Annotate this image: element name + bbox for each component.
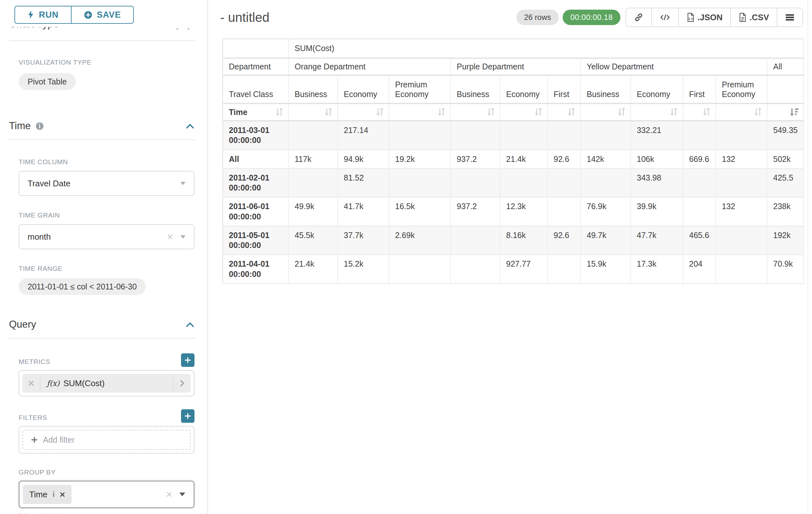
control-panel-sidebar: Chart Type RUN SAVE VISUALIZATION TYPE xyxy=(0,0,208,514)
pivot-sort-cell xyxy=(389,104,451,121)
sort-icon[interactable] xyxy=(376,107,384,117)
pivot-time-label-cell: Time xyxy=(223,104,289,121)
group-by-select[interactable]: Time i xyxy=(19,481,195,508)
pivot-cell: 332.21 xyxy=(631,121,683,150)
pivot-metric-header: SUM(Cost) xyxy=(289,39,804,58)
chart-title[interactable]: - untitled xyxy=(220,10,269,25)
save-button[interactable]: SAVE xyxy=(71,6,134,24)
run-button-label: RUN xyxy=(39,10,59,20)
time-range-label: TIME RANGE xyxy=(19,265,195,272)
pivot-cell: 37.7k xyxy=(338,226,389,255)
caret-down-icon[interactable] xyxy=(180,235,185,239)
sidebar-scroll-area[interactable]: VISUALIZATION TYPE Pivot Table Time TIME… xyxy=(0,0,207,514)
pivot-sort-cell xyxy=(581,104,631,121)
time-range-value: 2011-01-01 ≤ col < 2011-06-30 xyxy=(28,282,137,291)
pivot-cell xyxy=(716,168,767,197)
collapse-chevron-up-icon[interactable] xyxy=(185,123,195,129)
query-section-header: Query xyxy=(0,319,207,330)
tag-label: Time xyxy=(29,490,48,499)
filters-holder: Add filter xyxy=(19,426,195,454)
pivot-travel-class-header: Business xyxy=(581,75,631,104)
pivot-table: SUM(Cost)DepartmentOrange DepartmentPurp… xyxy=(223,38,804,284)
sort-icon[interactable] xyxy=(534,107,543,117)
run-button[interactable]: RUN xyxy=(14,6,71,24)
time-range-pill[interactable]: 2011-01-01 ≤ col < 2011-06-30 xyxy=(19,278,146,295)
pivot-cell: 8.16k xyxy=(500,226,548,255)
pivot-sort-cell xyxy=(548,104,581,121)
pivot-data-row: 2011-06-01 00:00:0049.9k41.7k16.5k937.21… xyxy=(223,197,804,226)
group-by-tag-time[interactable]: Time i xyxy=(23,485,71,504)
export-button-group: .JSON .CSV xyxy=(626,8,803,27)
caret-down-icon[interactable] xyxy=(179,492,185,496)
sort-icon[interactable] xyxy=(754,107,762,117)
export-csv-button[interactable]: .CSV xyxy=(731,8,777,26)
time-grain-select[interactable]: month xyxy=(19,224,195,249)
pivot-cell: 21.4k xyxy=(500,150,548,168)
pivot-cell: 132 xyxy=(716,150,767,168)
page-right-edge xyxy=(808,0,808,514)
query-timer-value: 00:00:00.18 xyxy=(570,13,613,22)
sort-icon[interactable] xyxy=(275,107,284,117)
pivot-cell: 70.9k xyxy=(767,255,804,284)
remove-metric-icon[interactable] xyxy=(23,374,40,393)
sort-icon[interactable] xyxy=(567,107,576,117)
pivot-travel-class-row: Travel ClassBusinessEconomyPremium Econo… xyxy=(223,75,804,104)
clear-icon[interactable] xyxy=(166,491,172,497)
add-metric-button[interactable] xyxy=(181,353,195,367)
group-by-options-hint: 20 option(s) xyxy=(19,512,195,514)
pivot-cell xyxy=(716,226,767,255)
pivot-travel-class-header: Economy xyxy=(500,75,548,104)
info-icon xyxy=(35,122,44,130)
pivot-cell: 49.7k xyxy=(581,226,631,255)
pivot-cell: 117k xyxy=(289,150,338,168)
add-filter-plus-button[interactable] xyxy=(181,409,195,423)
pivot-department-group-header: Purple Department xyxy=(451,58,581,75)
pivot-cell: 15.2k xyxy=(338,255,389,284)
visualization-type-label: VISUALIZATION TYPE xyxy=(19,58,195,66)
caret-down-icon[interactable] xyxy=(180,182,185,185)
pivot-cell: 142k xyxy=(581,150,631,168)
time-column-select[interactable]: Travel Date xyxy=(19,171,195,196)
pivot-cell: 927.77 xyxy=(500,255,548,284)
pivot-cell: 217.14 xyxy=(338,121,389,150)
pivot-cell xyxy=(451,121,500,150)
pivot-sort-cell xyxy=(716,104,767,121)
pivot-travel-class-header: Economy xyxy=(338,75,389,104)
pivot-cell: 49.9k xyxy=(289,197,338,226)
pivot-department-group-header: Yellow Department xyxy=(581,58,767,75)
metric-pill[interactable]: ƒ(x) SUM(Cost) xyxy=(23,374,191,393)
pivot-cell: 425.5 xyxy=(767,168,804,197)
json-file-icon xyxy=(687,12,695,22)
menu-button[interactable] xyxy=(777,8,802,26)
sort-icon[interactable] xyxy=(437,107,446,117)
pivot-cell xyxy=(683,121,716,150)
pivot-cell xyxy=(389,168,451,197)
pivot-row-label: 2011-03-01 00:00:00 xyxy=(223,121,289,150)
pivot-row-label: 2011-05-01 00:00:00 xyxy=(223,226,289,255)
pivot-row-label: 2011-02-01 00:00:00 xyxy=(223,168,289,197)
add-filter-button[interactable]: Add filter xyxy=(23,430,191,450)
group-by-label: GROUP BY xyxy=(19,468,195,476)
pivot-cell: 106k xyxy=(631,150,683,168)
visualization-type-pill[interactable]: Pivot Table xyxy=(19,73,76,90)
pivot-sort-row: Time xyxy=(223,104,804,121)
copy-link-button[interactable] xyxy=(626,8,652,26)
pivot-cell: 19.2k xyxy=(389,150,451,168)
clear-icon[interactable] xyxy=(167,234,173,240)
embed-code-button[interactable] xyxy=(652,8,679,26)
pivot-cell xyxy=(581,121,631,150)
export-json-button[interactable]: .JSON xyxy=(679,8,731,26)
pivot-time-label: Time xyxy=(229,108,248,117)
sort-icon[interactable] xyxy=(324,107,333,117)
pivot-cell: 937.2 xyxy=(451,197,500,226)
pivot-cell: 343.98 xyxy=(631,168,683,197)
remove-tag-icon[interactable] xyxy=(60,492,65,497)
pivot-cell: 81.52 xyxy=(338,168,389,197)
sort-desc-active-icon[interactable] xyxy=(790,108,799,117)
sort-icon[interactable] xyxy=(487,107,495,117)
expand-metric-chevron-icon[interactable] xyxy=(173,374,191,393)
collapse-chevron-up-icon[interactable] xyxy=(185,321,195,328)
sort-icon[interactable] xyxy=(702,107,711,117)
sort-icon[interactable] xyxy=(617,107,626,117)
sort-icon[interactable] xyxy=(669,107,678,117)
